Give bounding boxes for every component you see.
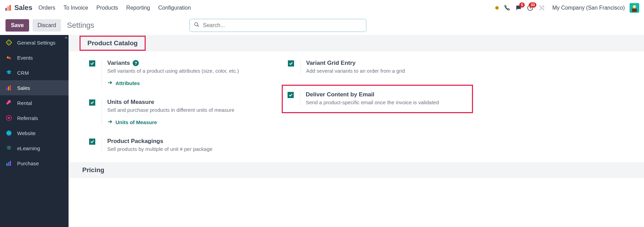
website-icon	[5, 130, 12, 136]
nav-links: Orders To Invoice Products Reporting Con…	[38, 5, 191, 11]
sidebar-item-label: Sales	[17, 85, 30, 91]
help-icon[interactable]: ?	[133, 60, 139, 66]
setting-title-label: Variants	[107, 60, 130, 67]
section-row-product-catalog: Product Catalog	[69, 35, 644, 51]
events-icon	[5, 54, 12, 61]
nav-to-invoice[interactable]: To Invoice	[63, 5, 88, 11]
svg-point-7	[195, 23, 198, 26]
sidebar-item-website[interactable]: Website	[0, 126, 69, 141]
avatar[interactable]	[630, 3, 639, 13]
sidebar-item-general-settings[interactable]: General Settings	[0, 35, 69, 50]
sidebar-item-label: Events	[17, 55, 33, 61]
brand[interactable]: Sales	[5, 4, 32, 12]
setting-variant-grid: Variant Grid Entry Add several variants …	[288, 60, 473, 74]
tools-icon[interactable]	[538, 4, 545, 11]
body: General Settings Events CRM Sales Rental	[0, 35, 644, 227]
link-attributes[interactable]: Attributes	[107, 80, 239, 86]
sidebar-item-label: Referrals	[17, 115, 38, 121]
product-catalog-left-col: Variants ? Sell variants of a product us…	[89, 60, 267, 152]
section-title-product-catalog: Product Catalog	[80, 36, 146, 51]
svg-rect-1	[8, 6, 9, 11]
svg-rect-10	[7, 88, 8, 91]
nav-orders[interactable]: Orders	[38, 5, 55, 11]
svg-rect-6	[632, 9, 637, 12]
svg-rect-17	[7, 163, 8, 166]
app-title: Sales	[14, 4, 32, 12]
setting-title-label: Variant Grid Entry	[306, 60, 356, 67]
nav-products[interactable]: Products	[96, 5, 118, 11]
link-label: Units of Measure	[116, 119, 157, 125]
sidebar-item-rental[interactable]: Rental	[0, 95, 69, 110]
sidebar-item-events[interactable]: Events	[0, 50, 69, 65]
setting-deliver-email: Deliver Content by Email Send a product-…	[288, 91, 467, 105]
setting-desc: Sell products by multiple of unit # per …	[107, 146, 212, 152]
activities-icon[interactable]: 33	[527, 4, 534, 11]
nav-configuration[interactable]: Configuration	[158, 5, 191, 11]
setting-title-label: Product Packagings	[107, 138, 163, 145]
checkbox-variants[interactable]	[89, 60, 95, 67]
link-uom[interactable]: Units of Measure	[107, 119, 234, 126]
company-name[interactable]: My Company (San Francisco)	[552, 5, 625, 11]
checkbox-variant-grid[interactable]	[288, 60, 294, 67]
sidebar-item-label: Website	[17, 130, 36, 136]
svg-rect-19	[10, 161, 11, 166]
messages-badge: 5	[519, 2, 525, 8]
sidebar-item-label: eLearning	[17, 145, 40, 151]
svg-point-5	[633, 5, 636, 8]
sales-icon	[5, 84, 12, 91]
referrals-icon	[5, 115, 12, 121]
save-button[interactable]: Save	[5, 19, 29, 32]
search-input[interactable]	[203, 22, 362, 28]
product-catalog-grid: Variants ? Sell variants of a product us…	[77, 51, 644, 156]
sidebar-item-label: CRM	[17, 70, 29, 76]
search-container	[190, 19, 366, 32]
rental-icon	[5, 99, 12, 106]
topnav-right: 5 33 My Company (San Francisco)	[495, 3, 639, 13]
action-bar: Save Discard Settings	[0, 16, 644, 35]
sidebar-item-label: General Settings	[17, 40, 56, 46]
sidebar-item-sales[interactable]: Sales	[0, 80, 69, 95]
svg-rect-12	[10, 85, 11, 91]
svg-line-8	[197, 25, 199, 27]
nav-reporting[interactable]: Reporting	[126, 5, 150, 11]
link-label: Attributes	[116, 80, 140, 86]
app-icon	[5, 4, 12, 11]
crm-icon	[5, 69, 12, 76]
messages-icon[interactable]: 5	[515, 4, 522, 11]
purchase-icon	[5, 160, 12, 167]
setting-variants: Variants ? Sell variants of a product us…	[89, 60, 267, 86]
gear-box-icon	[5, 39, 12, 46]
setting-uom: Units of Measure Sell and purchase produ…	[89, 99, 267, 126]
checkbox-uom[interactable]	[89, 99, 95, 106]
svg-rect-18	[8, 162, 9, 166]
setting-desc: Add several variants to an order from a …	[306, 68, 405, 74]
setting-packagings: Product Packagings Sell products by mult…	[89, 138, 267, 152]
settings-content[interactable]: Product Catalog Variants ? Sell variants…	[69, 35, 644, 227]
sidebar-item-referrals[interactable]: Referrals	[0, 110, 69, 126]
status-dot-icon	[495, 6, 499, 10]
checkbox-packagings[interactable]	[89, 139, 95, 145]
scrollbar-up-icon[interactable]	[64, 35, 68, 40]
checkbox-deliver-email[interactable]	[288, 92, 294, 98]
sidebar-item-purchase[interactable]: Purchase	[0, 156, 69, 171]
product-catalog-right-col: Variant Grid Entry Add several variants …	[288, 60, 473, 152]
setting-desc: Sell and purchase products in different …	[107, 107, 234, 113]
top-navbar: Sales Orders To Invoice Products Reporti…	[0, 0, 644, 16]
sidebar-item-crm[interactable]: CRM	[0, 65, 69, 80]
search-icon	[194, 22, 199, 29]
phone-icon[interactable]	[503, 4, 510, 11]
setting-desc: Send a product-specific email once the i…	[306, 99, 439, 105]
setting-title-label: Deliver Content by Email	[306, 91, 374, 98]
setting-desc: Sell variants of a product using attribu…	[107, 68, 239, 74]
settings-sidebar: General Settings Events CRM Sales Rental	[0, 35, 69, 227]
setting-title-label: Units of Measure	[107, 99, 154, 106]
discard-button[interactable]: Discard	[33, 19, 61, 32]
section-title-pricing: Pricing	[69, 162, 644, 178]
sidebar-item-elearning[interactable]: eLearning	[0, 141, 69, 156]
svg-marker-9	[65, 36, 68, 38]
sidebar-item-label: Purchase	[17, 160, 39, 166]
highlight-deliver-email: Deliver Content by Email Send a product-…	[282, 85, 473, 113]
svg-rect-0	[5, 8, 7, 11]
activities-badge: 33	[529, 2, 536, 8]
arrow-right-icon	[107, 80, 113, 86]
